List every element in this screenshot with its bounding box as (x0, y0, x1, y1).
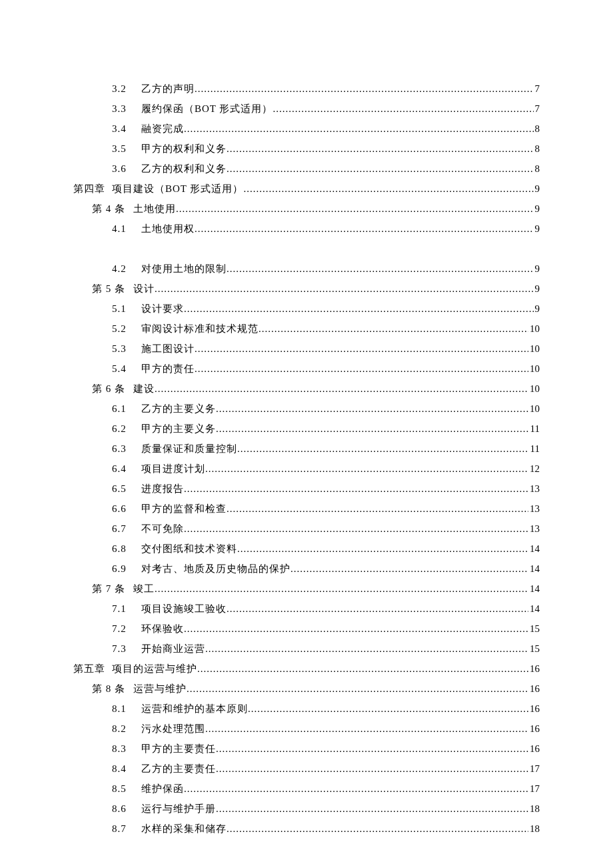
toc-leader-dots (195, 219, 534, 239)
toc-entry-page: 9 (534, 199, 540, 219)
toc-entry-number: 8.2 (112, 719, 137, 739)
toc-entry-number: 5.3 (112, 339, 137, 359)
toc-entry-number: 6.6 (112, 499, 137, 519)
toc-entry-page: 16 (528, 699, 540, 719)
toc-entry-page: 14 (528, 539, 540, 559)
toc-entry-number: 6.2 (112, 419, 137, 439)
toc-entry-page: 8 (534, 139, 540, 159)
toc-entry: 7.2环保验收15 (73, 619, 540, 639)
toc-entry-page: 18 (528, 819, 540, 839)
toc-entry-title: 甲方的权利和义务 (137, 139, 227, 159)
toc-entry-number: 6.7 (112, 519, 137, 539)
toc-entry-title: 竣工 (129, 579, 155, 599)
toc-leader-dots (216, 419, 529, 439)
toc-entry: 8.3甲方的主要责任16 (73, 739, 540, 759)
toc-entry: 第 8 条运营与维护16 (73, 679, 540, 699)
toc-leader-dots (216, 399, 528, 419)
toc-leader-dots (184, 479, 528, 499)
toc-leader-dots (227, 159, 534, 179)
toc-leader-dots (184, 779, 528, 799)
toc-leader-dots (176, 199, 534, 219)
toc-entry-number: 5.4 (112, 359, 137, 379)
toc-entry-page: 10 (528, 359, 540, 379)
toc-entry-title: 乙方的权利和义务 (137, 159, 227, 179)
toc-entry-page: 9 (534, 179, 540, 199)
toc-entry-page: 14 (528, 559, 540, 579)
toc-entry: 3.2乙方的声明7 (73, 79, 540, 99)
toc-entry: 6.2甲方的主要义务11 (73, 419, 540, 439)
toc-entry: 8.2污水处理范围16 (73, 719, 540, 739)
toc-entry: 3.5甲方的权利和义务8 (73, 139, 540, 159)
toc-entry-number: 4.2 (112, 259, 137, 279)
toc-entry: 8.1运营和维护的基本原则16 (73, 699, 540, 719)
toc-entry-title: 质量保证和质量控制 (137, 439, 237, 459)
toc-entry-number: 8.6 (112, 799, 137, 819)
toc-entry-page: 16 (528, 679, 540, 699)
toc-entry: 4.2对使用土地的限制9 (73, 259, 540, 279)
toc-entry: 6.5进度报告13 (73, 479, 540, 499)
toc-entry: 第四章项目建设（BOT 形式适用）9 (73, 179, 540, 199)
toc-entry-number: 5.2 (112, 319, 137, 339)
toc-entry: 5.2审阅设计标准和技术规范10 (73, 319, 540, 339)
toc-leader-dots (155, 379, 528, 399)
toc-entry-number: 7.3 (112, 639, 137, 659)
toc-entry: 3.4融资完成8 (73, 119, 540, 139)
toc-entry-title: 运行与维护手册 (137, 799, 216, 819)
toc-entry: 4.1土地使用权9 (73, 219, 540, 239)
toc-entry-page: 13 (528, 519, 540, 539)
toc-entry-page: 10 (528, 399, 540, 419)
toc-entry-title: 项目建设（BOT 形式适用） (111, 179, 243, 199)
toc-entry-number: 第 4 条 (92, 199, 129, 219)
toc-entry-number: 3.6 (112, 159, 137, 179)
toc-entry-title: 运营与维护 (129, 679, 187, 699)
toc-entry-title: 交付图纸和技术资料 (137, 539, 237, 559)
toc-entry-title: 维护保函 (137, 779, 184, 799)
toc-entry-number: 6.1 (112, 399, 137, 419)
toc-entry: 5.1设计要求9 (73, 299, 540, 319)
toc-entry: 8.4乙方的主要责任17 (73, 759, 540, 779)
table-of-contents: 3.2乙方的声明73.3履约保函（BOT 形式适用）73.4融资完成83.5甲方… (73, 79, 540, 839)
toc-entry: 第 6 条建设10 (73, 379, 540, 399)
toc-leader-dots (184, 519, 528, 539)
toc-entry-title: 乙方的主要义务 (137, 399, 216, 419)
toc-leader-dots (259, 319, 528, 339)
toc-entry-page: 16 (528, 659, 540, 679)
toc-entry-number: 8.3 (112, 739, 137, 759)
toc-leader-dots (243, 179, 533, 199)
toc-entry-page: 8 (534, 119, 540, 139)
toc-entry-title: 土地使用权 (137, 219, 195, 239)
toc-entry-title: 不可免除 (137, 519, 184, 539)
toc-entry-title: 乙方的主要责任 (137, 759, 216, 779)
toc-entry: 6.1乙方的主要义务10 (73, 399, 540, 419)
toc-entry-page: 14 (528, 579, 540, 599)
toc-gap (73, 239, 540, 259)
toc-leader-dots (227, 259, 534, 279)
toc-entry-title: 审阅设计标准和技术规范 (137, 319, 259, 339)
toc-entry-title: 运营和维护的基本原则 (137, 699, 248, 719)
toc-entry-number: 8.4 (112, 759, 137, 779)
toc-entry-number: 第 8 条 (92, 679, 129, 699)
toc-entry-title: 对考古、地质及历史物品的保护 (137, 559, 291, 579)
toc-entry-page: 12 (528, 459, 540, 479)
toc-entry-number: 3.3 (112, 99, 137, 119)
toc-entry-number: 6.9 (112, 559, 137, 579)
toc-entry-page: 9 (534, 299, 540, 319)
toc-entry: 第 5 条设计9 (73, 279, 540, 299)
toc-leader-dots (205, 639, 528, 659)
toc-leader-dots (155, 579, 528, 599)
toc-entry-title: 设计 (129, 279, 155, 299)
toc-entry: 8.7水样的采集和储存18 (73, 819, 540, 839)
toc-entry-title: 施工图设计 (137, 339, 195, 359)
toc-entry-page: 15 (528, 619, 540, 639)
toc-entry: 7.1项目设施竣工验收14 (73, 599, 540, 619)
toc-entry-page: 16 (528, 739, 540, 759)
toc-entry: 3.6乙方的权利和义务8 (73, 159, 540, 179)
toc-leader-dots (195, 79, 534, 99)
toc-leader-dots (205, 459, 528, 479)
toc-entry-number: 6.5 (112, 479, 137, 499)
toc-entry: 6.7不可免除13 (73, 519, 540, 539)
toc-entry-title: 乙方的声明 (137, 79, 195, 99)
toc-entry-page: 16 (528, 719, 540, 739)
toc-leader-dots (155, 279, 534, 299)
toc-entry-title: 甲方的监督和检查 (137, 499, 227, 519)
